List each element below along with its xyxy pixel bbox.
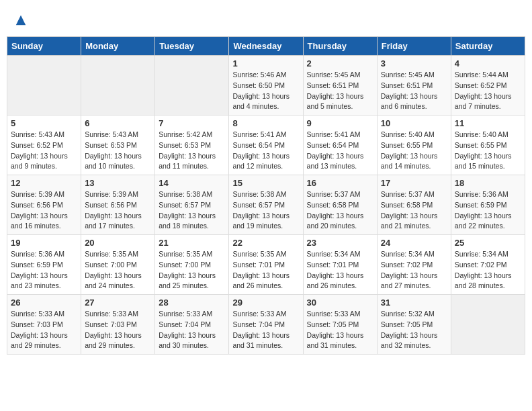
day-info: Sunrise: 5:40 AMSunset: 6:55 PMDaylight:…	[381, 130, 447, 172]
calendar-cell: 16Sunrise: 5:37 AMSunset: 6:58 PMDayligh…	[303, 175, 377, 235]
calendar-cell: 3Sunrise: 5:45 AMSunset: 6:51 PMDaylight…	[377, 56, 451, 116]
calendar-cell: 10Sunrise: 5:40 AMSunset: 6:55 PMDayligh…	[377, 116, 451, 175]
calendar-cell: 17Sunrise: 5:37 AMSunset: 6:58 PMDayligh…	[377, 175, 451, 235]
day-info: Sunrise: 5:38 AMSunset: 6:57 PMDaylight:…	[232, 189, 299, 232]
calendar-week-row: 26Sunrise: 5:33 AMSunset: 7:03 PMDayligh…	[7, 295, 525, 355]
calendar-cell	[451, 295, 525, 355]
day-number: 28	[159, 298, 225, 308]
day-number: 6	[85, 118, 151, 128]
calendar-cell: 7Sunrise: 5:42 AMSunset: 6:53 PMDaylight…	[155, 116, 229, 175]
calendar-cell	[81, 56, 155, 116]
day-info: Sunrise: 5:45 AMSunset: 6:51 PMDaylight:…	[307, 70, 373, 112]
logo	[13, 13, 27, 30]
day-number: 25	[455, 238, 521, 248]
calendar-cell: 11Sunrise: 5:40 AMSunset: 6:55 PMDayligh…	[451, 116, 525, 175]
calendar-cell: 27Sunrise: 5:33 AMSunset: 7:03 PMDayligh…	[81, 295, 155, 355]
day-number: 20	[85, 238, 151, 248]
day-info: Sunrise: 5:32 AMSunset: 7:05 PMDaylight:…	[381, 309, 447, 351]
day-info: Sunrise: 5:45 AMSunset: 6:51 PMDaylight:…	[381, 70, 447, 112]
day-number: 15	[232, 178, 299, 188]
calendar-cell: 29Sunrise: 5:33 AMSunset: 7:04 PMDayligh…	[229, 295, 303, 355]
day-info: Sunrise: 5:38 AMSunset: 6:57 PMDaylight:…	[159, 189, 225, 232]
weekday-header-tuesday: Tuesday	[155, 37, 229, 56]
day-info: Sunrise: 5:35 AMSunset: 7:00 PMDaylight:…	[85, 249, 151, 291]
day-info: Sunrise: 5:33 AMSunset: 7:03 PMDaylight:…	[11, 309, 77, 351]
day-info: Sunrise: 5:34 AMSunset: 7:02 PMDaylight:…	[381, 249, 447, 291]
day-number: 27	[85, 298, 151, 308]
calendar-cell: 30Sunrise: 5:33 AMSunset: 7:05 PMDayligh…	[303, 295, 377, 355]
day-number: 21	[159, 238, 225, 248]
weekday-header-friday: Friday	[377, 37, 451, 56]
day-info: Sunrise: 5:36 AMSunset: 6:59 PMDaylight:…	[455, 189, 521, 232]
day-number: 16	[307, 178, 373, 188]
calendar-cell: 31Sunrise: 5:32 AMSunset: 7:05 PMDayligh…	[377, 295, 451, 355]
day-number: 5	[11, 118, 77, 128]
day-number: 2	[307, 58, 373, 68]
day-info: Sunrise: 5:41 AMSunset: 6:54 PMDaylight:…	[307, 130, 373, 172]
calendar-cell: 15Sunrise: 5:38 AMSunset: 6:57 PMDayligh…	[229, 175, 303, 235]
calendar-table: SundayMondayTuesdayWednesdayThursdayFrid…	[7, 36, 525, 355]
day-info: Sunrise: 5:37 AMSunset: 6:58 PMDaylight:…	[381, 189, 447, 232]
weekday-header-wednesday: Wednesday	[229, 37, 303, 56]
day-number: 31	[381, 298, 447, 308]
calendar-cell: 22Sunrise: 5:35 AMSunset: 7:01 PMDayligh…	[229, 235, 303, 295]
calendar-cell: 4Sunrise: 5:44 AMSunset: 6:52 PMDaylight…	[451, 56, 525, 116]
calendar-cell: 18Sunrise: 5:36 AMSunset: 6:59 PMDayligh…	[451, 175, 525, 235]
calendar-cell: 28Sunrise: 5:33 AMSunset: 7:04 PMDayligh…	[155, 295, 229, 355]
day-number: 22	[232, 238, 299, 248]
calendar-cell: 23Sunrise: 5:34 AMSunset: 7:01 PMDayligh…	[303, 235, 377, 295]
page-header	[7, 7, 525, 33]
day-info: Sunrise: 5:46 AMSunset: 6:50 PMDaylight:…	[232, 70, 299, 112]
calendar-cell: 21Sunrise: 5:35 AMSunset: 7:00 PMDayligh…	[155, 235, 229, 295]
day-number: 8	[232, 118, 299, 128]
day-info: Sunrise: 5:43 AMSunset: 6:52 PMDaylight:…	[11, 130, 77, 172]
calendar-cell: 2Sunrise: 5:45 AMSunset: 6:51 PMDaylight…	[303, 56, 377, 116]
calendar-cell: 13Sunrise: 5:39 AMSunset: 6:56 PMDayligh…	[81, 175, 155, 235]
logo-icon	[15, 14, 27, 26]
day-number: 12	[11, 178, 77, 188]
calendar-cell: 24Sunrise: 5:34 AMSunset: 7:02 PMDayligh…	[377, 235, 451, 295]
calendar-cell: 5Sunrise: 5:43 AMSunset: 6:52 PMDaylight…	[7, 116, 81, 175]
calendar-cell: 12Sunrise: 5:39 AMSunset: 6:56 PMDayligh…	[7, 175, 81, 235]
calendar-week-row: 1Sunrise: 5:46 AMSunset: 6:50 PMDaylight…	[7, 56, 525, 116]
day-info: Sunrise: 5:35 AMSunset: 7:00 PMDaylight:…	[159, 249, 225, 291]
day-info: Sunrise: 5:40 AMSunset: 6:55 PMDaylight:…	[455, 130, 521, 172]
day-number: 13	[85, 178, 151, 188]
calendar-cell: 6Sunrise: 5:43 AMSunset: 6:53 PMDaylight…	[81, 116, 155, 175]
weekday-header-monday: Monday	[81, 37, 155, 56]
calendar-cell: 20Sunrise: 5:35 AMSunset: 7:00 PMDayligh…	[81, 235, 155, 295]
day-number: 17	[381, 178, 447, 188]
day-info: Sunrise: 5:39 AMSunset: 6:56 PMDaylight:…	[85, 189, 151, 232]
day-number: 26	[11, 298, 77, 308]
day-info: Sunrise: 5:43 AMSunset: 6:53 PMDaylight:…	[85, 130, 151, 172]
weekday-header-sunday: Sunday	[7, 37, 81, 56]
calendar-cell	[155, 56, 229, 116]
day-info: Sunrise: 5:42 AMSunset: 6:53 PMDaylight:…	[159, 130, 225, 172]
calendar-cell: 25Sunrise: 5:34 AMSunset: 7:02 PMDayligh…	[451, 235, 525, 295]
day-info: Sunrise: 5:35 AMSunset: 7:01 PMDaylight:…	[232, 249, 299, 291]
calendar-cell: 1Sunrise: 5:46 AMSunset: 6:50 PMDaylight…	[229, 56, 303, 116]
day-number: 24	[381, 238, 447, 248]
day-info: Sunrise: 5:34 AMSunset: 7:01 PMDaylight:…	[307, 249, 373, 291]
calendar-cell: 14Sunrise: 5:38 AMSunset: 6:57 PMDayligh…	[155, 175, 229, 235]
calendar-cell	[7, 56, 81, 116]
calendar-week-row: 12Sunrise: 5:39 AMSunset: 6:56 PMDayligh…	[7, 175, 525, 235]
weekday-header-saturday: Saturday	[451, 37, 525, 56]
day-info: Sunrise: 5:37 AMSunset: 6:58 PMDaylight:…	[307, 189, 373, 232]
day-info: Sunrise: 5:44 AMSunset: 6:52 PMDaylight:…	[455, 70, 521, 112]
day-number: 23	[307, 238, 373, 248]
day-number: 9	[307, 118, 373, 128]
calendar-cell: 9Sunrise: 5:41 AMSunset: 6:54 PMDaylight…	[303, 116, 377, 175]
day-number: 14	[159, 178, 225, 188]
weekday-header-thursday: Thursday	[303, 37, 377, 56]
day-number: 19	[11, 238, 77, 248]
calendar-cell: 8Sunrise: 5:41 AMSunset: 6:54 PMDaylight…	[229, 116, 303, 175]
day-info: Sunrise: 5:36 AMSunset: 6:59 PMDaylight:…	[11, 249, 77, 291]
day-number: 7	[159, 118, 225, 128]
weekday-header-row: SundayMondayTuesdayWednesdayThursdayFrid…	[7, 37, 525, 56]
day-info: Sunrise: 5:39 AMSunset: 6:56 PMDaylight:…	[11, 189, 77, 232]
day-number: 4	[455, 58, 521, 68]
day-info: Sunrise: 5:41 AMSunset: 6:54 PMDaylight:…	[232, 130, 299, 172]
day-number: 11	[455, 118, 521, 128]
calendar-week-row: 5Sunrise: 5:43 AMSunset: 6:52 PMDaylight…	[7, 116, 525, 175]
